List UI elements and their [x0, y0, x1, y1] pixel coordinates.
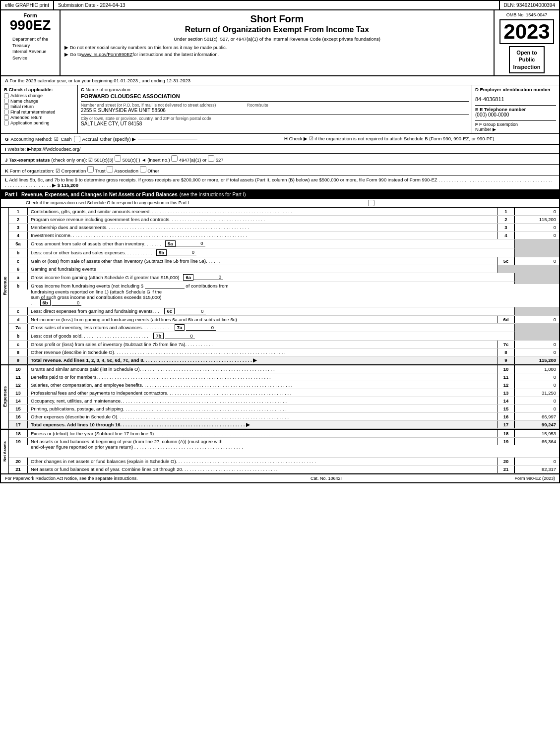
expenses-section: Expenses 10 Grants and similar amounts p…	[1, 364, 559, 429]
row-9: 9 Total revenue. Add lines 1, 2, 3, 4, 5…	[9, 356, 559, 364]
row-17: 17 Total expenses. Add lines 10 through …	[9, 421, 559, 429]
form-ref: Form 990-EZ (2023)	[514, 476, 555, 481]
row-16-num: 16	[9, 413, 28, 420]
501c-other-checkbox[interactable]	[115, 155, 121, 162]
row-6a: a Gross income from gaming (attach Sched…	[9, 273, 559, 282]
4947a1-checkbox[interactable]	[171, 155, 178, 162]
row-19-val: 66,364	[514, 438, 559, 445]
row-10: 10 Grants and similar amounts paid (list…	[9, 365, 559, 373]
row-10-desc: Grants and similar amounts paid (list in…	[28, 365, 498, 373]
org-name: FORWARD CLOUDSEC ASSOCIATION	[81, 93, 469, 99]
row-6a-num: a	[9, 273, 28, 282]
row-7a-num: 7a	[9, 324, 28, 332]
row-11-num: 11	[9, 373, 28, 381]
row-5c-box: 5c	[498, 257, 514, 265]
header-dln: DLN: 93492104000394	[500, 1, 559, 9]
section-c-name-label: C Name of organization	[81, 87, 469, 92]
row-15-num: 15	[9, 405, 28, 412]
row-6d-num: d	[9, 316, 28, 323]
section-h: H Check ▶ ☑ if the organization is not r…	[280, 134, 559, 144]
association-checkbox[interactable]	[107, 166, 113, 173]
row-6a-desc: Gross income from gaming (attach Schedul…	[28, 273, 514, 282]
row-6d: d Net income or (loss) from gaming and f…	[9, 316, 559, 324]
row-6b-num: b	[9, 282, 28, 290]
row-19-box: 19	[498, 438, 514, 445]
row-5c: c Gain or (loss) from sale of assets oth…	[9, 257, 559, 265]
row-12-num: 12	[9, 381, 28, 389]
row-12: 12 Salaries, other compensation, and emp…	[9, 381, 559, 389]
row-15-desc: Printing, publications, postage, and shi…	[28, 405, 498, 412]
row-15: 15 Printing, publications, postage, and …	[9, 405, 559, 413]
accrual-checkbox[interactable]	[74, 136, 80, 142]
row-6-val-shaded	[498, 265, 559, 273]
row-17-num: 17	[9, 421, 28, 428]
section-c: C Name of organization FORWARD CLOUDSEC …	[78, 85, 472, 133]
row-19-desc: Net assets or fund balances at beginning…	[28, 438, 498, 451]
address-block: Number and street (or P.O. box, if mail …	[81, 101, 469, 113]
amended-return-checkbox[interactable]	[4, 115, 9, 120]
row-8: 8 Other revenue (describe in Schedule O)…	[9, 349, 559, 356]
net-assets-side-label: Net Assets	[1, 430, 9, 473]
row-6: 6 Gaming and fundraising events	[9, 265, 559, 273]
part1-schedule-o-checkbox[interactable]	[368, 200, 374, 206]
section-i: I Website: ▶https://fwdcloudsec.org/	[1, 145, 559, 154]
notice-link[interactable]: www.irs.gov/Form990EZ	[81, 52, 132, 57]
row-6c-val-shaded	[514, 307, 559, 315]
row-9-num: 9	[9, 356, 28, 364]
row-17-desc: Total expenses. Add lines 10 through 16 …	[28, 421, 498, 428]
part1-header: Part I Revenue, Expenses, and Changes in…	[1, 190, 559, 199]
section-l-value: $ 115,200	[58, 182, 78, 188]
row-6-num: 6	[9, 265, 28, 273]
row-2-num: 2	[9, 216, 28, 223]
row-1-num: 1	[9, 208, 28, 215]
initial-return-checkbox[interactable]	[4, 104, 9, 109]
row-6d-box: 6d	[498, 316, 514, 323]
row-16-val: 66,997	[514, 413, 559, 420]
row-4-box: 4	[498, 232, 514, 239]
row-6-desc: Gaming and fundraising events	[28, 265, 498, 273]
header-submission: Submission Date - 2024-04-13	[54, 1, 500, 9]
subtitle-text: Under section 501(c), 527, or 4947(a)(1)…	[64, 36, 490, 42]
row-20-val: 0	[514, 458, 559, 465]
section-j: J Tax-exempt status (check only one): ☑ …	[1, 154, 559, 165]
row-6a-val-shaded	[514, 273, 559, 282]
trust-checkbox[interactable]	[87, 166, 94, 173]
row-11-desc: Benefits paid to or for members . . . . …	[28, 373, 498, 381]
row-7a-val-shaded	[514, 324, 559, 332]
row-11: 11 Benefits paid to or for members . . .…	[9, 373, 559, 381]
527-checkbox[interactable]	[208, 155, 214, 162]
revenue-side-label: Revenue	[1, 208, 9, 364]
row-12-desc: Salaries, other compensation, and employ…	[28, 381, 498, 389]
row-7b-num: b	[9, 332, 28, 340]
row-9-box: 9	[498, 356, 514, 364]
app-pending-checkbox[interactable]	[4, 120, 9, 125]
row-7a-desc: Gross sales of inventory, less returns a…	[28, 324, 514, 332]
paperwork-text: For Paperwork Reduction Act Notice, see …	[5, 476, 138, 481]
section-a-text: For the 2023 calendar year, or tax year …	[9, 78, 190, 83]
name-change-checkbox[interactable]	[4, 99, 9, 104]
section-bcd-row: B Check if applicable: Address change Na…	[1, 85, 559, 134]
tax-year: 2023	[499, 19, 554, 44]
page-footer: For Paperwork Reduction Act Notice, see …	[1, 473, 559, 482]
row-5a-desc: Gross amount from sale of assets other t…	[28, 239, 514, 248]
row-7c-val: 0	[514, 341, 559, 348]
row-9-val: 115,200	[514, 356, 559, 364]
other-org-checkbox[interactable]	[140, 166, 146, 173]
row-7b-val-shaded	[514, 332, 559, 340]
header-main: Form 990EZ Department of the Treasury In…	[1, 10, 559, 76]
dept-text: Department of the Treasury Internal Reve…	[12, 36, 48, 61]
short-form-title: Short Form	[64, 12, 490, 25]
row-6d-desc: Net income or (loss) from gaming and fun…	[28, 316, 498, 323]
final-return-checkbox[interactable]	[4, 110, 9, 115]
row-5a-num: 5a	[9, 239, 28, 248]
notice1: ▶ Do not enter social security numbers o…	[64, 45, 490, 50]
row-21-desc: Net assets or fund balances at end of ye…	[28, 465, 498, 473]
row-13: 13 Professional fees and other payments …	[9, 389, 559, 397]
row-5b-val-shaded	[514, 248, 559, 257]
address-change-checkbox[interactable]	[4, 93, 9, 98]
phone-value: (000) 000-0000	[475, 112, 556, 117]
row-2-desc: Program service revenue including govern…	[28, 216, 498, 223]
row-9-desc: Total revenue. Add lines 1, 2, 3, 4, 5c,…	[28, 356, 498, 364]
row-2: 2 Program service revenue including gove…	[9, 216, 559, 224]
row-6c-num: c	[9, 307, 28, 315]
